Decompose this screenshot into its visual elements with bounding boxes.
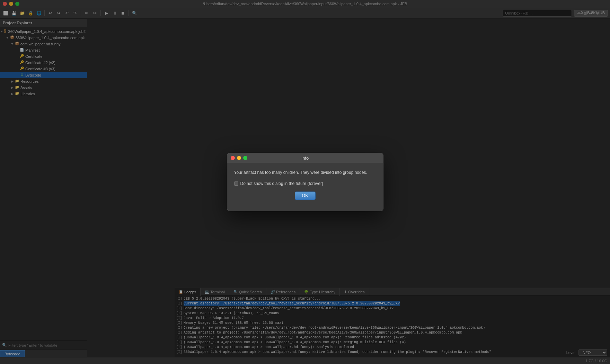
dialog-checkbox-label: Do not show this dialog in the future (f… xyxy=(240,181,323,186)
dialog-ok-button[interactable]: OK xyxy=(295,192,316,200)
dialog-max-button[interactable] xyxy=(243,156,247,160)
info-dialog: Info Your artifact has too many children… xyxy=(227,153,383,211)
dialog-footer: OK xyxy=(234,192,376,205)
dialog-title: Info xyxy=(301,156,309,161)
dialog-checkbox-row: Do not show this dialog in the future (f… xyxy=(234,181,376,186)
modal-overlay: Info Your artifact has too many children… xyxy=(0,0,610,364)
dialog-close-button[interactable] xyxy=(231,156,235,160)
dialog-controls xyxy=(231,156,247,160)
dialog-titlebar: Info xyxy=(227,153,383,163)
dialog-checkbox[interactable] xyxy=(234,181,238,186)
dialog-min-button[interactable] xyxy=(237,156,241,160)
dialog-message: Your artifact has too many children. The… xyxy=(234,170,376,176)
dialog-body: Your artifact has too many children. The… xyxy=(227,163,383,211)
